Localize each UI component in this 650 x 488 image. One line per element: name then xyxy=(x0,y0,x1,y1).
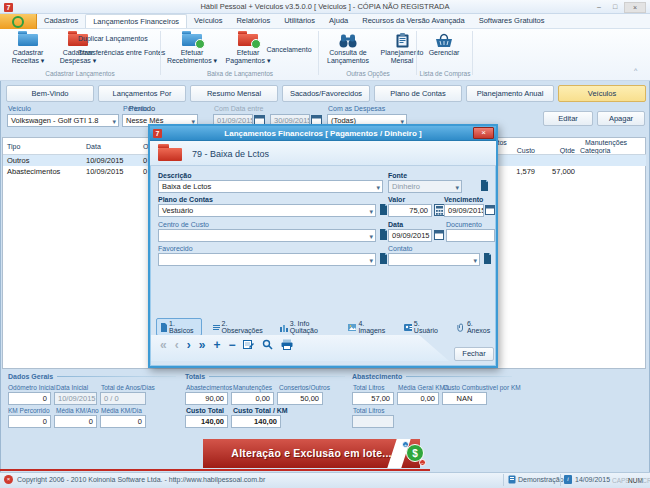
tab-anexos[interactable]: 6. Anexos xyxy=(453,318,498,336)
total-litros2-field[interactable] xyxy=(352,415,394,428)
total-litros-field[interactable]: 57,00 xyxy=(352,392,394,405)
odometro-inicial-field[interactable]: 0 xyxy=(8,392,51,405)
table-cell[interactable]: 1,579 xyxy=(505,167,535,176)
tot-consertos-field[interactable]: 50,00 xyxy=(277,392,323,405)
print-icon[interactable] xyxy=(281,339,293,352)
search-icon[interactable] xyxy=(262,339,273,352)
edit-button[interactable]: Editar xyxy=(543,111,593,126)
menu-tab-lancamentos-financeiros[interactable]: Lançamentos Financeiros xyxy=(85,14,187,28)
ribbon-separator xyxy=(416,31,417,75)
nav-next-icon[interactable]: › xyxy=(187,338,191,352)
media-geral-field[interactable]: 0,00 xyxy=(397,392,439,405)
data-inicial-field[interactable]: 10/09/2015 xyxy=(54,392,97,405)
cadastrar-receitas-button[interactable]: Cadastrar Receitas ▾ xyxy=(4,31,52,75)
col-header-custo[interactable]: Custo xyxy=(505,147,535,154)
menu-tab-recursos[interactable]: Recursos da Versão Avançada xyxy=(355,14,471,28)
tab-observacoes[interactable]: 2. Observações xyxy=(209,318,269,336)
table-cell[interactable]: 57,000 xyxy=(540,167,575,176)
valor-field[interactable]: 75,00 xyxy=(388,204,432,217)
table-cell[interactable]: 0 xyxy=(143,167,147,176)
view-tab-veiculos[interactable]: Veículos xyxy=(558,85,646,102)
efetuar-pagamentos-button[interactable]: Efetuar Pagamentos ▾ xyxy=(222,31,274,75)
km-percorrido-field[interactable]: 0 xyxy=(8,415,51,428)
add-record-icon[interactable]: + xyxy=(213,338,220,352)
view-tab-bem-vindo[interactable]: Bem-Vindo xyxy=(6,85,94,102)
col-header-categoria[interactable]: Categoria xyxy=(580,147,610,154)
app-menu-button[interactable] xyxy=(0,14,37,29)
dialog-title-bar[interactable]: Lançamentos Financeiros [ Pagamentos / D… xyxy=(150,126,496,141)
nav-first-icon[interactable]: « xyxy=(160,338,167,352)
table-row[interactable]: Abastecimentos xyxy=(7,167,60,176)
view-tab-resumo-mensal[interactable]: Resumo Mensal xyxy=(190,85,278,102)
table-cell[interactable]: 0 xyxy=(143,156,147,165)
minimize-button[interactable]: – xyxy=(592,2,606,13)
ribbon-collapse-icon[interactable]: ^ xyxy=(634,67,637,74)
vencimento-field[interactable]: 09/09/2015 xyxy=(444,204,484,217)
col-header-data[interactable]: Data xyxy=(86,143,101,150)
tab-basicos[interactable]: 1. Básicos xyxy=(156,318,202,336)
nav-prev-icon[interactable]: ‹ xyxy=(175,338,179,352)
cancelamento-button[interactable]: Cancelamento xyxy=(262,46,316,53)
ad-banner[interactable]: Alteração e Exclusão em lote... xyxy=(203,439,420,468)
data-field[interactable]: 09/09/2015 xyxy=(388,229,432,242)
view-tab-plano-contas[interactable]: Plano de Contas xyxy=(374,85,462,102)
data-calendar-button[interactable] xyxy=(434,229,444,243)
vehicle-select[interactable]: Volkswagen - Golf GTI 1.8▾ xyxy=(7,114,119,127)
centro-custo-lookup-button[interactable] xyxy=(379,229,388,242)
descricao-select[interactable]: Baixa de Lctos▾ xyxy=(158,180,383,193)
view-tab-lancamentos-periodo[interactable]: Lançamentos Por Período xyxy=(98,85,186,102)
col-header-qtde[interactable]: Qtde xyxy=(545,147,575,154)
media-km-ano-field[interactable]: 0 xyxy=(54,415,97,428)
dialog-close-button[interactable]: × xyxy=(473,127,494,139)
centro-custo-select[interactable]: ▾ xyxy=(158,229,376,242)
total-anos-dias-field[interactable]: 0 / 0 xyxy=(100,392,146,405)
favorecido-lookup-button[interactable] xyxy=(379,253,388,266)
contato-lookup-button[interactable] xyxy=(483,253,492,266)
menu-tab-relatorios[interactable]: Relatórios xyxy=(229,14,277,28)
view-tab-sacados[interactable]: Sacados/Favorecidos xyxy=(282,85,370,102)
table-row[interactable]: Outros xyxy=(7,156,30,165)
documento-field[interactable] xyxy=(446,229,495,242)
plano-contas-select[interactable]: Vestuário▾ xyxy=(158,204,376,217)
menu-tab-utilitarios[interactable]: Utilitários xyxy=(277,14,322,28)
transferencias-entre-fontes-button[interactable]: Transferências entre Fontes xyxy=(78,49,165,56)
duplicar-lancamentos-button[interactable]: Duplicar Lançamentos xyxy=(78,35,148,42)
vencimento-calendar-button[interactable] xyxy=(485,204,495,218)
maximize-button[interactable]: □ xyxy=(608,2,622,13)
custo-combustivel-field[interactable]: NAN xyxy=(442,392,487,405)
bar-chart-icon xyxy=(280,323,288,332)
view-tab-planejamento-anual[interactable]: Planejamento Anual xyxy=(466,85,554,102)
tot-abastecimentos-field[interactable]: 90,00 xyxy=(185,392,228,405)
close-button[interactable]: × xyxy=(624,2,646,13)
menu-tab-veiculos[interactable]: Veículos xyxy=(187,14,229,28)
nav-last-icon[interactable]: » xyxy=(199,338,206,352)
media-km-dia-field[interactable]: 0 xyxy=(100,415,146,428)
menu-tab-cadastros[interactable]: Cadastros xyxy=(37,14,85,28)
tab-usuario[interactable]: 5. Usuário xyxy=(400,318,446,336)
delete-record-icon[interactable]: − xyxy=(228,338,235,352)
plano-contas-lookup-button[interactable] xyxy=(379,204,388,217)
calendar-icon xyxy=(485,204,495,216)
delete-button[interactable]: Apagar xyxy=(597,111,645,126)
edit-record-icon[interactable] xyxy=(243,339,254,352)
tab-info-quitacao[interactable]: 3. Info Quitação xyxy=(276,318,338,336)
tab-imagens[interactable]: 4. Imagens xyxy=(344,318,392,336)
menu-tab-softwares[interactable]: Softwares Gratuitos xyxy=(472,14,552,28)
custo-total-field[interactable]: 140,00 xyxy=(185,415,228,428)
favorecido-select[interactable]: ▾ xyxy=(158,253,376,266)
dropdown-arrow-icon: ▾ xyxy=(267,57,271,64)
tot-manutencoes-field[interactable]: 0,00 xyxy=(231,392,274,405)
combo-arrow-icon: ▾ xyxy=(112,117,116,126)
menu-tab-ajuda[interactable]: Ajuda xyxy=(322,14,355,28)
col-header-tipo[interactable]: Tipo xyxy=(7,143,20,150)
fonte-lookup-button[interactable] xyxy=(480,180,489,193)
table-cell[interactable]: 10/09/2015 xyxy=(86,167,124,176)
fonte-select[interactable]: Dinheiro▾ xyxy=(388,180,462,193)
custo-total-km-field[interactable]: 140,00 xyxy=(231,415,281,428)
table-cell[interactable]: 10/09/2015 xyxy=(86,156,124,165)
efetuar-recebimentos-button[interactable]: Efetuar Recebimentos ▾ xyxy=(166,31,218,75)
gerenciar-button[interactable]: Gerenciar xyxy=(420,31,468,75)
consulta-de-lancamentos-button[interactable]: Consulta deLançamentos xyxy=(322,31,374,75)
dialog-close-footer-button[interactable]: Fechar xyxy=(454,347,494,361)
contato-select[interactable]: ▾ xyxy=(388,253,480,266)
